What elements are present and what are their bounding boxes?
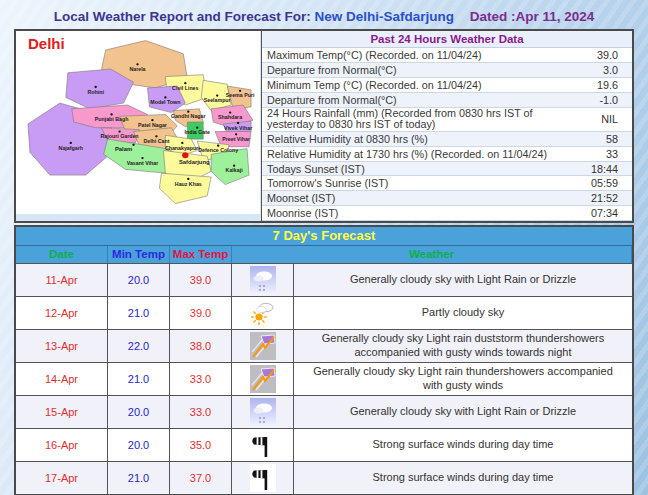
district-label: Kalkaji <box>226 167 244 173</box>
delhi-map-panel: Delhi <box>16 31 262 221</box>
district-label: Patel Nagar <box>138 122 167 128</box>
sun-cloud-icon <box>250 299 276 327</box>
page-title: Local Weather Report and Forecast For: N… <box>0 0 648 24</box>
forecast-min-temp: 21.0 <box>108 462 170 494</box>
forecast-description: Generally cloudy sky with Light Rain or … <box>294 396 632 428</box>
forecast-table: 7 Day's Forecast Date Min Temp Max Temp … <box>14 225 634 495</box>
forecast-max-temp: 39.0 <box>170 264 232 296</box>
past24-label: Relative Humidity at 0830 hrs (%) <box>267 133 570 145</box>
district-label: Civil Lines <box>172 85 198 91</box>
forecast-date: 12-Apr <box>16 297 108 329</box>
map-region-label: Delhi <box>28 35 65 52</box>
forecast-date: 13-Apr <box>16 330 108 362</box>
district-label: Preet Vihar <box>222 136 250 142</box>
forecast-description: Strong surface winds during day time <box>294 429 632 461</box>
title-location: New Delhi-Safdarjung <box>314 9 454 24</box>
district-hauz-khas <box>159 173 211 203</box>
district-label: Defence Colony <box>198 147 238 153</box>
safdarjung-marker <box>182 152 188 158</box>
past24-value: 33 <box>570 148 632 160</box>
district-label: Vasant Vihar <box>127 160 159 166</box>
forecast-description: Generally cloudy sky with Light Rain or … <box>294 264 632 296</box>
past24-label: Todays Sunset (IST) <box>267 163 570 175</box>
forecast-description: Generally cloudy sky Light rain duststor… <box>294 330 632 362</box>
district-label: Chanakyapuri <box>165 145 200 151</box>
past24-row: 24 Hours Rainfall (mm) (Recorded from 08… <box>262 108 632 132</box>
forecast-max-temp: 39.0 <box>170 297 232 329</box>
past24-row: Maximum Temp(°C) (Recorded. on 11/04/24)… <box>262 48 632 63</box>
forecast-date: 14-Apr <box>16 363 108 395</box>
district-label: Delhi Cant <box>143 138 169 144</box>
forecast-row: 16-Apr 20.0 35.0 Strong surface winds du… <box>16 428 632 461</box>
past24-row: Relative Humidity at 0830 hrs (%)58 <box>262 132 632 147</box>
forecast-date: 17-Apr <box>16 462 108 494</box>
forecast-min-temp: 21.0 <box>108 363 170 395</box>
forecast-header-row: Date Min Temp Max Temp Weather <box>16 246 632 263</box>
past24-header: Past 24 Hours Weather Data <box>262 31 632 48</box>
past24-label: Departure from Normal(°C) <box>267 64 570 76</box>
forecast-date: 16-Apr <box>16 429 108 461</box>
district-label: Punjabi Bagh <box>95 116 129 122</box>
forecast-max-temp: 33.0 <box>170 396 232 428</box>
past24-value: NIL <box>570 113 632 125</box>
past24-value: 19.6 <box>570 79 632 91</box>
past24-row: Tomorrow's Sunrise (IST)05:59 <box>262 176 632 191</box>
district-label: Shahdara <box>218 114 242 120</box>
past24-label: Relative Humidity at 1730 hrs (%) (Recor… <box>267 148 570 160</box>
past24-label: Departure from Normal(°C) <box>267 94 570 106</box>
district-label: Gandhi Nagar <box>171 113 206 119</box>
forecast-max-temp: 38.0 <box>170 330 232 362</box>
district-label: Rajouri Garden <box>101 133 139 139</box>
district-label: Palam <box>115 147 132 153</box>
forecast-description: Generally cloudy sky Light rain thunders… <box>294 363 632 395</box>
forecast-min-temp: 20.0 <box>108 264 170 296</box>
title-dated: Dated :Apr 11, 2024 <box>470 9 595 24</box>
thunderstorm-icon <box>250 332 276 360</box>
rain-drizzle-icon <box>250 398 276 426</box>
forecast-min-temp: 22.0 <box>108 330 170 362</box>
district-label: Safdarjung <box>179 159 210 165</box>
past24-value: 3.0 <box>570 64 632 76</box>
forecast-row: 13-Apr 22.0 38.0 Generally cloudy sky Li… <box>16 329 632 362</box>
title-prefix: Local Weather Report and Forecast For: <box>54 9 311 24</box>
past24-label: Moonset (IST) <box>267 192 570 204</box>
forecast-min-temp: 21.0 <box>108 297 170 329</box>
forecast-date: 11-Apr <box>16 264 108 296</box>
thunderstorm-icon <box>250 365 276 393</box>
column-header-date: Date <box>16 246 108 263</box>
district-label: Hauz Khas <box>175 181 202 187</box>
delhi-districts-map: Narela Rohini Civil Lines Model Town See… <box>16 33 260 213</box>
windsock-icon <box>250 464 276 492</box>
column-header-min-temp: Min Temp <box>108 246 170 263</box>
forecast-row: 12-Apr 21.0 39.0 Partly cloudy sky <box>16 296 632 329</box>
windsock-icon <box>250 431 276 459</box>
forecast-row: 14-Apr 21.0 33.0 Generally cloudy sky Li… <box>16 362 632 395</box>
past24-label: Moonrise (IST) <box>267 207 570 219</box>
past24-value: 05:59 <box>570 177 632 189</box>
district-label: India Gate <box>185 129 211 135</box>
district-label: Najafgarh <box>59 145 83 151</box>
forecast-description: Partly cloudy sky <box>294 297 632 329</box>
past24-label: Maximum Temp(°C) (Recorded. on 11/04/24) <box>267 49 570 61</box>
forecast-min-temp: 20.0 <box>108 396 170 428</box>
past24-value: 18:44 <box>570 163 632 175</box>
past24-row: Departure from Normal(°C)3.0 <box>262 63 632 78</box>
past24-value: 58 <box>570 133 632 145</box>
past24-row: Relative Humidity at 1730 hrs (%) (Recor… <box>262 147 632 162</box>
column-header-weather: Weather <box>232 246 632 263</box>
past24-value: 07:34 <box>570 207 632 219</box>
past24-panel: Past 24 Hours Weather Data Maximum Temp(… <box>262 31 632 221</box>
past24-row: Moonset (IST)21:52 <box>262 191 632 206</box>
forecast-max-temp: 35.0 <box>170 429 232 461</box>
past24-value: -1.0 <box>570 94 632 106</box>
past24-value: 21:52 <box>570 192 632 204</box>
forecast-min-temp: 20.0 <box>108 429 170 461</box>
past24-row: Todays Sunset (IST)18:44 <box>262 162 632 177</box>
forecast-date: 15-Apr <box>16 396 108 428</box>
past24-row: Moonrise (IST)07:34 <box>262 206 632 221</box>
past24-value: 39.0 <box>570 49 632 61</box>
forecast-row: 17-Apr 21.0 37.0 Strong surface winds du… <box>16 461 632 494</box>
past24-row: Minimum Temp (°C) (Recorded. on 11/04/24… <box>262 78 632 93</box>
past24-row: Departure from Normal(°C)-1.0 <box>262 93 632 108</box>
past24-label: Tomorrow's Sunrise (IST) <box>267 177 570 189</box>
